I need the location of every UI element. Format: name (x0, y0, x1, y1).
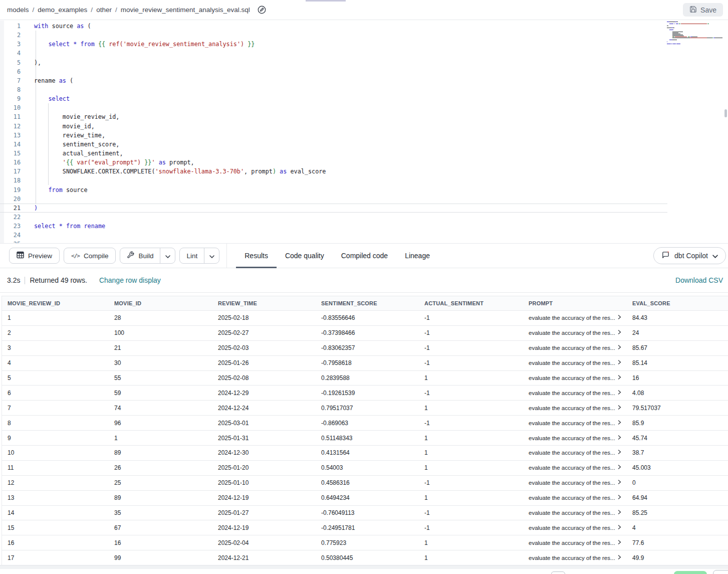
code-line[interactable]: 14 sentiment_score, (0, 140, 728, 149)
minimap-token (669, 30, 673, 30)
code-line[interactable]: 1with source as ( (0, 22, 728, 31)
expand-cell-icon[interactable] (618, 435, 621, 440)
prompt-cell-text: evaluate the accuracy of the res... (529, 420, 615, 426)
table-cell: 13 (2, 491, 109, 505)
code-line[interactable]: 10 (0, 103, 728, 112)
code-line[interactable]: 4 (0, 49, 728, 58)
expand-cell-icon[interactable] (618, 420, 621, 425)
preview-button[interactable]: Preview (9, 248, 60, 264)
expand-cell-icon[interactable] (618, 465, 621, 469)
code-line[interactable]: 6 (0, 67, 728, 76)
bottom-toolbar-button-partial[interactable] (551, 571, 565, 574)
table-cell: 45.74 (627, 431, 728, 445)
code-token (34, 113, 63, 120)
code-line[interactable]: 11 movie_review_id, (0, 112, 728, 121)
results-tabs: Results Code quality Compiled code Linea… (236, 243, 438, 268)
code-line[interactable]: 24 (0, 231, 728, 240)
breadcrumb-part[interactable]: demo_examples (38, 6, 87, 14)
code-line[interactable]: 18 (0, 176, 728, 185)
code-line[interactable]: 5), (0, 58, 728, 67)
code-line-text: select * from rename (21, 222, 105, 231)
editor-scrollbar-thumb[interactable] (724, 109, 727, 117)
lint-button[interactable]: Lint (180, 248, 204, 263)
expand-cell-icon[interactable] (618, 345, 621, 349)
edit-circle-icon[interactable] (258, 6, 266, 14)
prompt-cell-text: evaluate the accuracy of the res... (529, 315, 615, 321)
table-cell: 85.14 (627, 356, 728, 370)
code-line[interactable]: 13 review_time, (0, 131, 728, 140)
code-line[interactable]: 15 actual_sentiment, (0, 149, 728, 158)
breadcrumb-separator: / (33, 6, 35, 14)
code-line[interactable]: 21) (0, 204, 667, 213)
prompt-cell-text: evaluate the accuracy of the res... (529, 510, 615, 516)
prompt-cell: evaluate the accuracy of the res... (523, 311, 627, 325)
tab-results[interactable]: Results (236, 243, 277, 268)
breadcrumb-part[interactable]: movie_review_sentiment_analysis_eval.sql (121, 6, 250, 14)
code-line[interactable]: 22 (0, 213, 728, 222)
table-cell: 2025-03-01 (212, 416, 316, 430)
expand-cell-icon[interactable] (618, 495, 621, 499)
bottom-help-button-partial[interactable] (713, 570, 728, 574)
code-line[interactable]: 2 (0, 31, 728, 40)
prompt-cell-text: evaluate the accuracy of the res... (529, 495, 615, 501)
lint-dropdown-caret[interactable] (204, 248, 219, 263)
prompt-cell-text: evaluate the accuracy of the res... (529, 525, 615, 531)
code-line[interactable]: 7rename as ( (0, 76, 728, 85)
expand-cell-icon[interactable] (618, 360, 621, 364)
code-line[interactable]: 20 (0, 195, 728, 204)
minimap-token (667, 44, 671, 44)
code-token: as (159, 159, 166, 166)
build-button[interactable]: Build (120, 248, 160, 263)
expand-cell-icon[interactable] (618, 405, 621, 410)
expand-cell-icon[interactable] (618, 450, 621, 454)
build-dropdown-caret[interactable] (160, 248, 175, 263)
change-row-display-link[interactable]: Change row display (99, 276, 161, 284)
compile-button[interactable]: </> Compile (64, 248, 116, 264)
code-line[interactable]: 25 (0, 240, 728, 243)
line-number: 14 (0, 141, 21, 148)
dbt-copilot-button[interactable]: dbt Copilot (653, 247, 726, 264)
code-line-text: review_time, (21, 131, 105, 140)
code-line[interactable]: 8 (0, 85, 728, 94)
expand-cell-icon[interactable] (618, 540, 621, 544)
download-csv-link[interactable]: Download CSV (675, 276, 723, 284)
code-line[interactable]: 19 from source (0, 185, 728, 195)
breadcrumb-part[interactable]: other (96, 6, 112, 14)
bottom-green-pill-button-partial[interactable] (674, 571, 707, 574)
code-token: movie_review_id, (63, 113, 120, 120)
expand-cell-icon[interactable] (618, 315, 621, 319)
code-token: select (48, 95, 70, 102)
minimap-token (690, 38, 707, 38)
code-token: ( (84, 23, 91, 30)
breadcrumb-part[interactable]: models (7, 6, 29, 14)
expand-cell-icon[interactable] (618, 525, 621, 529)
expand-cell-icon[interactable] (618, 480, 621, 484)
expand-cell-icon[interactable] (618, 375, 621, 379)
code-line[interactable]: 3 select * from {{ ref('movie_review_sen… (0, 40, 728, 49)
code-line[interactable]: 9 select (0, 94, 728, 103)
horizontal-scrollbar[interactable] (0, 565, 728, 569)
code-line[interactable]: 16 '{{ var("eval_prompt") }}' as prompt, (0, 158, 728, 167)
tab-compiled-code[interactable]: Compiled code (333, 243, 396, 268)
expand-cell-icon[interactable] (618, 330, 621, 334)
tab-lineage[interactable]: Lineage (396, 243, 438, 268)
code-line[interactable]: 17 SNOWFLAKE.CORTEX.COMPLETE('snowflake-… (0, 167, 728, 176)
code-line[interactable]: 12 movie_id, (0, 122, 728, 131)
prompt-cell: evaluate the accuracy of the res... (523, 520, 627, 535)
code-line[interactable]: 23select * from rename (0, 222, 728, 231)
code-editor[interactable]: 1with source as (23 select * from {{ ref… (0, 21, 728, 243)
table-cell: 15 (2, 520, 109, 535)
prompt-cell: evaluate the accuracy of the res... (523, 386, 627, 400)
tab-code-quality[interactable]: Code quality (277, 243, 333, 268)
expand-cell-icon[interactable] (618, 510, 621, 514)
prompt-cell-text: evaluate the accuracy of the res... (529, 330, 615, 336)
chevron-down-icon (712, 252, 718, 260)
table-cell: 49.9 (627, 550, 728, 565)
results-table: MOVIE_REVIEW_IDMOVIE_IDREVIEW_TIMESENTIM… (2, 296, 728, 565)
minimap[interactable] (667, 22, 726, 47)
minimap-token (672, 40, 677, 40)
expand-cell-icon[interactable] (618, 390, 621, 395)
breadcrumb: models/demo_examples/other/movie_review_… (7, 6, 266, 14)
expand-cell-icon[interactable] (618, 555, 621, 559)
save-button[interactable]: Save (683, 3, 723, 17)
